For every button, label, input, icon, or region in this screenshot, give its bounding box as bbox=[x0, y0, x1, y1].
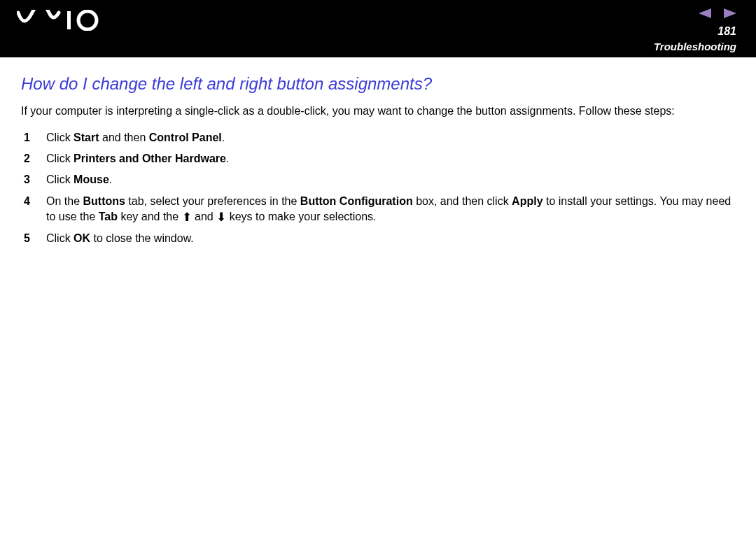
step-bold: OK bbox=[74, 232, 90, 244]
content-area: How do I change the left and right butto… bbox=[0, 57, 756, 246]
nav-arrows bbox=[699, 8, 736, 21]
step-text: box, and then click bbox=[413, 195, 512, 207]
step-bold: Tab bbox=[99, 211, 118, 222]
header-bar: 181 Troubleshooting bbox=[0, 0, 756, 57]
step-text: . bbox=[109, 173, 112, 185]
step-text: tab, select your preferences in the bbox=[125, 195, 300, 207]
page-number: 181 bbox=[718, 25, 736, 38]
section-label: Troubleshooting bbox=[654, 41, 736, 52]
step-text: to close the window. bbox=[90, 232, 194, 244]
step-text: . bbox=[226, 152, 229, 164]
step-text: key and the bbox=[118, 211, 182, 222]
prev-page-icon[interactable] bbox=[699, 8, 711, 21]
step-4: On the Buttons tab, select your preferen… bbox=[21, 194, 735, 225]
svg-marker-3 bbox=[724, 8, 736, 18]
step-text: Click bbox=[46, 132, 74, 143]
step-text: keys to make your selections. bbox=[226, 211, 376, 222]
intro-paragraph: If your computer is interpreting a singl… bbox=[21, 104, 735, 119]
step-1: Click Start and then Control Panel. bbox=[21, 130, 735, 145]
step-bold: Start bbox=[74, 132, 99, 143]
svg-point-1 bbox=[78, 11, 97, 29]
step-text: Click bbox=[46, 152, 74, 164]
vaio-logo bbox=[17, 10, 99, 34]
steps-list: Click Start and then Control Panel. Clic… bbox=[21, 130, 735, 246]
step-bold: Printers and Other Hardware bbox=[74, 152, 226, 164]
next-page-icon[interactable] bbox=[724, 8, 736, 21]
step-5: Click OK to close the window. bbox=[21, 231, 735, 246]
step-text: . bbox=[222, 132, 225, 143]
step-text: Click bbox=[46, 232, 74, 244]
down-arrow-icon: ⬇ bbox=[216, 211, 226, 224]
step-bold: Mouse bbox=[74, 173, 109, 185]
step-text: Click bbox=[46, 173, 74, 185]
step-2: Click Printers and Other Hardware. bbox=[21, 151, 735, 166]
step-bold: Control Panel bbox=[149, 132, 222, 143]
svg-marker-2 bbox=[699, 8, 711, 18]
step-text: On the bbox=[46, 195, 83, 207]
step-bold: Apply bbox=[512, 195, 542, 207]
svg-rect-0 bbox=[67, 11, 71, 29]
page-title: How do I change the left and right butto… bbox=[21, 74, 735, 94]
step-3: Click Mouse. bbox=[21, 172, 735, 187]
step-bold: Buttons bbox=[83, 195, 125, 207]
step-text: and bbox=[192, 211, 217, 222]
up-arrow-icon: ⬆ bbox=[182, 211, 192, 224]
step-text: and then bbox=[99, 132, 149, 143]
step-bold: Button Configuration bbox=[300, 195, 413, 207]
